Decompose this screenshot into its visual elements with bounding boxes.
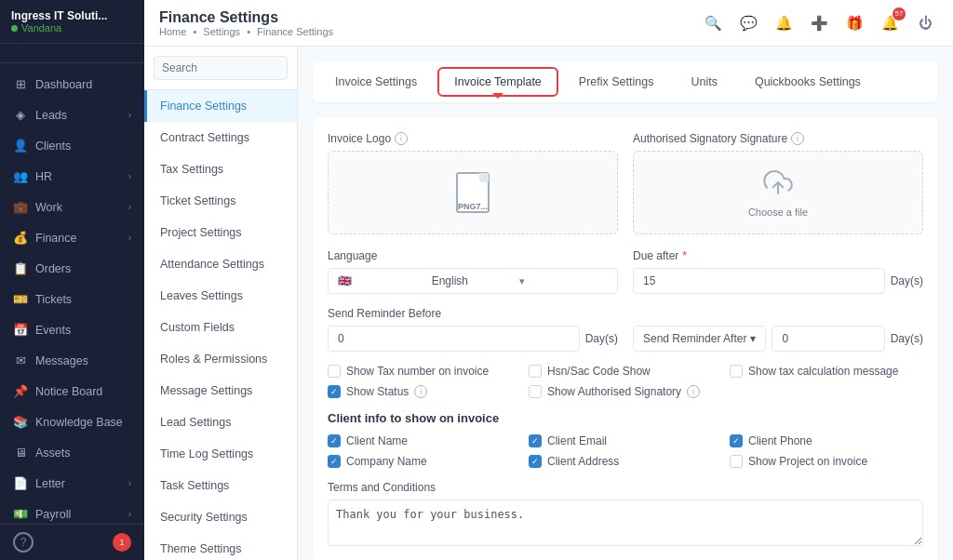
settings-nav-security[interactable]: Security Settings bbox=[144, 501, 297, 533]
noticeboard-icon: 📌 bbox=[13, 384, 28, 398]
required-star: * bbox=[682, 249, 687, 262]
checkbox-show-project: Show Project on invoice bbox=[730, 455, 923, 468]
search-icon[interactable]: 🔍 bbox=[700, 10, 726, 36]
client-phone-checkbox[interactable] bbox=[730, 434, 743, 447]
chevron-icon: › bbox=[128, 110, 131, 120]
due-after-input[interactable] bbox=[633, 268, 885, 294]
due-after-unit: Day(s) bbox=[891, 274, 923, 287]
gift-icon[interactable]: 🎁 bbox=[841, 10, 867, 36]
settings-nav-contract[interactable]: Contract Settings bbox=[144, 122, 297, 153]
reminder-after-dropdown[interactable]: Send Reminder After ▾ bbox=[633, 326, 766, 352]
chat-icon[interactable]: 💬 bbox=[735, 10, 761, 36]
show-tax-calc-label: Show tax calculation message bbox=[748, 365, 898, 378]
show-status-info-icon[interactable]: i bbox=[414, 385, 427, 398]
search-area bbox=[144, 47, 297, 90]
sidebar-item-noticeboard[interactable]: 📌 Notice Board bbox=[0, 376, 144, 407]
reminder-before-input[interactable] bbox=[328, 326, 580, 352]
authorised-signature-upload[interactable]: Choose a file bbox=[633, 151, 923, 234]
client-email-checkbox[interactable] bbox=[529, 434, 542, 447]
topbar-left: Finance Settings Home • Settings • Finan… bbox=[159, 9, 333, 37]
settings-nav-timelog[interactable]: Time Log Settings bbox=[144, 438, 297, 470]
sidebar-item-dashboard[interactable]: ⊞ Dashboard bbox=[0, 69, 144, 100]
settings-nav-roles[interactable]: Roles & Permissions bbox=[144, 343, 297, 375]
show-authorised-info-icon[interactable]: i bbox=[687, 385, 700, 398]
settings-nav-theme[interactable]: Theme Settings bbox=[144, 533, 297, 560]
checkbox-client-address: Client Address bbox=[529, 455, 722, 468]
settings-nav-ticket[interactable]: Ticket Settings bbox=[144, 185, 297, 217]
reminder-after-section: Send Reminder After ▾ Day(s) bbox=[633, 309, 923, 352]
client-name-label: Client Name bbox=[346, 434, 408, 447]
sidebar-item-finance[interactable]: 💰 Finance › bbox=[0, 222, 144, 253]
reminder-after-unit: Day(s) bbox=[891, 332, 923, 345]
sidebar-item-events[interactable]: 📅 Events bbox=[0, 314, 144, 345]
sidebar-item-orders[interactable]: 📋 Orders bbox=[0, 253, 144, 284]
settings-nav-task[interactable]: Task Settings bbox=[144, 470, 297, 501]
events-icon: 📅 bbox=[13, 323, 28, 337]
tab-prefix-settings[interactable]: Prefix Settings bbox=[562, 67, 671, 97]
reminder-after-input[interactable] bbox=[772, 326, 884, 352]
notifications-badge: 57 bbox=[893, 7, 906, 20]
sidebar-label-noticeboard: Notice Board bbox=[35, 385, 102, 398]
tab-invoice-template[interactable]: Invoice Template bbox=[437, 67, 558, 97]
power-icon[interactable]: ⏻ bbox=[912, 10, 938, 36]
client-address-checkbox[interactable] bbox=[529, 455, 542, 468]
bell-icon[interactable]: 🔔 bbox=[771, 10, 797, 36]
sidebar-label-messages: Messages bbox=[35, 354, 88, 367]
breadcrumb-sep2: • bbox=[247, 26, 250, 37]
plus-icon[interactable]: ➕ bbox=[806, 10, 832, 36]
sidebar-item-assets[interactable]: 🖥 Assets bbox=[0, 437, 144, 468]
sidebar-item-clients[interactable]: 👤 Clients bbox=[0, 130, 144, 161]
authorised-signature-info-icon[interactable]: i bbox=[791, 132, 804, 145]
work-icon: 💼 bbox=[13, 200, 28, 214]
hsn-sac-checkbox[interactable] bbox=[529, 365, 542, 378]
company-name-checkbox[interactable] bbox=[328, 455, 341, 468]
show-tax-number-checkbox[interactable] bbox=[328, 365, 341, 378]
sidebar-item-hr[interactable]: 👥 HR › bbox=[0, 161, 144, 192]
settings-nav-contract-label: Contract Settings bbox=[160, 131, 249, 144]
settings-nav-leaves[interactable]: Leaves Settings bbox=[144, 280, 297, 312]
tab-units[interactable]: Units bbox=[674, 67, 733, 97]
settings-nav-attendance[interactable]: Attendance Settings bbox=[144, 248, 297, 280]
sidebar-item-payroll[interactable]: 💵 Payroll › bbox=[0, 499, 144, 524]
show-status-label: Show Status bbox=[346, 385, 409, 398]
show-authorised-checkbox[interactable] bbox=[529, 385, 542, 398]
invoice-logo-info-icon[interactable]: i bbox=[395, 132, 408, 145]
client-address-label: Client Address bbox=[547, 455, 619, 468]
notifications-icon[interactable]: 🔔 57 bbox=[877, 10, 903, 36]
show-status-checkbox[interactable] bbox=[328, 385, 341, 398]
invoice-logo-upload[interactable]: PNG7... bbox=[328, 151, 618, 234]
sidebar-header: Ingress IT Soluti... Vandana bbox=[0, 0, 144, 44]
tab-quickbooks[interactable]: Quickbooks Settings bbox=[738, 67, 878, 97]
reminder-after-label: Send Reminder After bbox=[643, 332, 746, 345]
search-input[interactable] bbox=[154, 56, 288, 80]
settings-nav-finance[interactable]: Finance Settings bbox=[144, 90, 297, 122]
breadcrumb-home: Home bbox=[159, 26, 186, 37]
language-chevron-icon: ▾ bbox=[519, 275, 608, 287]
show-tax-calc-checkbox[interactable] bbox=[730, 365, 743, 378]
sidebar-item-leads[interactable]: ◈ Leads › bbox=[0, 100, 144, 130]
settings-panel: Invoice Logo i PNG7... bbox=[313, 117, 938, 560]
clients-icon: 👤 bbox=[13, 139, 28, 153]
settings-nav-lead[interactable]: Lead Settings bbox=[144, 407, 297, 438]
checkbox-show-tax-calc: Show tax calculation message bbox=[730, 365, 923, 378]
settings-nav-message[interactable]: Message Settings bbox=[144, 375, 297, 407]
client-name-checkbox[interactable] bbox=[328, 434, 341, 447]
tab-invoice-settings[interactable]: Invoice Settings bbox=[318, 67, 434, 97]
sidebar-item-tickets[interactable]: 🎫 Tickets bbox=[0, 284, 144, 314]
client-email-label: Client Email bbox=[547, 434, 607, 447]
settings-nav-tax[interactable]: Tax Settings bbox=[144, 153, 297, 185]
sidebar-item-knowledgebase[interactable]: 📚 Knowledge Base bbox=[0, 407, 144, 437]
show-project-checkbox[interactable] bbox=[730, 455, 743, 468]
terms-textarea[interactable]: Thank you for your business. bbox=[328, 500, 923, 546]
help-button[interactable]: ? bbox=[13, 532, 34, 553]
finance-icon: 💰 bbox=[13, 231, 28, 245]
settings-nav-project[interactable]: Project Settings bbox=[144, 217, 297, 248]
reminder-before-label: Send Reminder Before bbox=[328, 307, 618, 320]
sidebar-item-work[interactable]: 💼 Work › bbox=[0, 192, 144, 222]
sidebar-item-letter[interactable]: 📄 Letter › bbox=[0, 468, 144, 499]
language-select[interactable]: 🇬🇧 English ▾ bbox=[328, 268, 618, 294]
online-indicator bbox=[11, 25, 18, 32]
sidebar-item-messages[interactable]: ✉ Messages bbox=[0, 345, 144, 376]
settings-nav-custom-fields[interactable]: Custom Fields bbox=[144, 312, 297, 343]
sidebar-label-letter: Letter bbox=[35, 477, 65, 490]
